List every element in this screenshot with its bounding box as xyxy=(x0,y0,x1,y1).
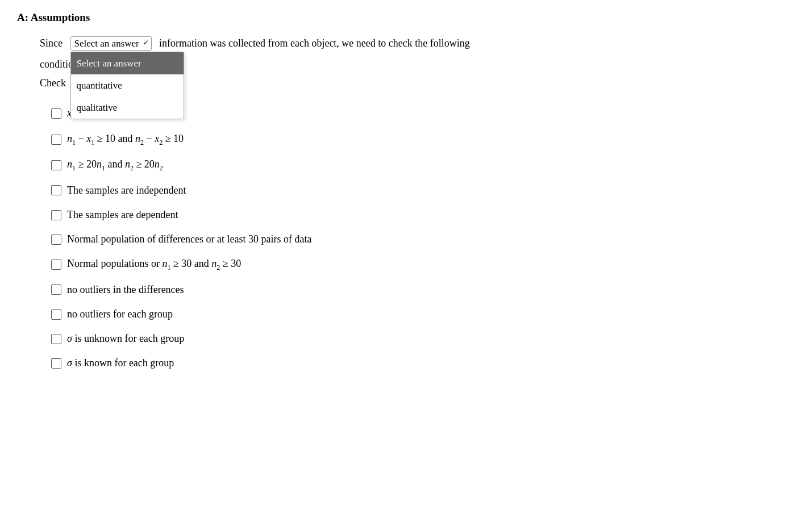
checkbox-5[interactable] xyxy=(51,210,61,220)
checkbox-4[interactable] xyxy=(51,185,61,195)
checkbox-label-5: The samples are dependent xyxy=(67,208,178,222)
answer-select[interactable]: Select an answer quantitative qualitativ… xyxy=(70,36,152,51)
checkbox-row-8: no outliers in the differences xyxy=(51,283,795,297)
dropdown-item-quantitative[interactable]: quantitative xyxy=(71,74,184,97)
checkbox-1[interactable] xyxy=(51,108,61,119)
checkbox-label-3: n1 ≥ 20n1 and n2 ≥ 20n2 xyxy=(67,157,163,173)
checkbox-row-10: σ is unknown for each group xyxy=(51,332,795,346)
checkbox-row-3: n1 ≥ 20n1 and n2 ≥ 20n2 xyxy=(51,157,795,173)
checkbox-7[interactable] xyxy=(51,260,61,270)
dropdown-item-placeholder[interactable]: Select an answer xyxy=(71,52,184,74)
checkbox-label-9: no outliers for each group xyxy=(67,307,173,321)
checkbox-2[interactable] xyxy=(51,135,61,145)
checkbox-3[interactable] xyxy=(51,160,61,170)
conditions-list: x1 > 10 and x2 ≥ 10 n1 − x1 ≥ 10 and n2 … xyxy=(51,106,795,371)
checkbox-9[interactable] xyxy=(51,309,61,320)
checkbox-label-10: σ is unknown for each group xyxy=(67,332,184,346)
checkbox-label-2: n1 − x1 ≥ 10 and n2 − x2 ≥ 10 xyxy=(67,132,184,147)
checkbox-10[interactable] xyxy=(51,334,61,344)
checkbox-label-11: σ is known for each group xyxy=(67,356,174,370)
answer-dropdown-wrapper[interactable]: Select an answer quantitative qualitativ… xyxy=(70,35,152,52)
checkbox-label-7: Normal populations or n1 ≥ 30 and n2 ≥ 3… xyxy=(67,257,241,272)
checkbox-11[interactable] xyxy=(51,358,61,369)
intro-before-dropdown: Since xyxy=(40,37,63,49)
dropdown-item-qualitative[interactable]: qualitative xyxy=(71,97,184,119)
checkbox-row-2: n1 − x1 ≥ 10 and n2 − x2 ≥ 10 xyxy=(51,132,795,147)
checkbox-row-11: σ is known for each group xyxy=(51,356,795,370)
checkbox-row-4: The samples are independent xyxy=(51,183,795,198)
checkbox-row-6: Normal population of differences or at l… xyxy=(51,232,795,246)
section-container: A: Assumptions Since Select an answer qu… xyxy=(17,11,795,370)
checkbox-8[interactable] xyxy=(51,284,61,295)
intro-after-dropdown: information was collected from each obje… xyxy=(159,37,470,49)
checkbox-row-5: The samples are dependent xyxy=(51,208,795,222)
check-text: Check xyxy=(40,77,66,89)
checkbox-label-8: no outliers in the differences xyxy=(67,283,184,297)
dropdown-menu: Select an answer quantitative qualitativ… xyxy=(70,52,184,120)
checkbox-6[interactable] xyxy=(51,235,61,245)
checkbox-row-7: Normal populations or n1 ≥ 30 and n2 ≥ 3… xyxy=(51,257,795,272)
section-title: A: Assumptions xyxy=(17,11,795,24)
checkbox-label-6: Normal population of differences or at l… xyxy=(67,232,312,246)
checkbox-label-4: The samples are independent xyxy=(67,183,186,198)
checkbox-row-9: no outliers for each group xyxy=(51,307,795,321)
intro-line: Since Select an answer quantitative qual… xyxy=(40,35,795,52)
